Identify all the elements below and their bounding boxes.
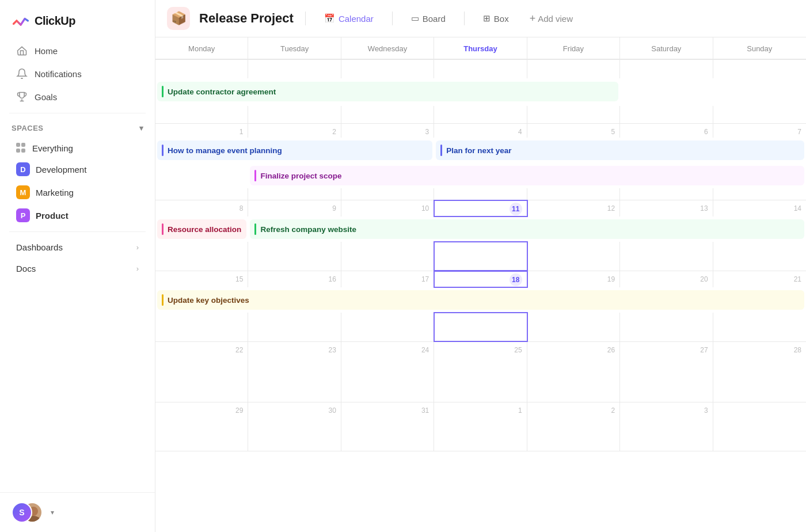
nav-home[interactable]: Home (5, 39, 150, 62)
date-20: 20 (620, 271, 713, 287)
day-header-wednesday: Wednesday (341, 37, 434, 59)
tab-calendar[interactable]: 📅 Calendar (317, 10, 381, 27)
date-27: 27 (620, 342, 713, 356)
date-29: 29 (155, 402, 248, 416)
date-3: 3 (341, 124, 434, 138)
user-profile-area[interactable]: S ▾ (0, 492, 155, 532)
home-icon (16, 45, 28, 56)
week-0: Update contractor agreement (155, 60, 806, 124)
event-indicator (440, 145, 442, 156)
week-4: 22 23 24 25 26 27 28 (155, 342, 806, 402)
date-21: 21 (713, 271, 806, 287)
calendar-container[interactable]: Monday Tuesday Wednesday Thursday Friday… (155, 37, 806, 532)
board-tab-icon: ▭ (411, 13, 419, 24)
sidebar-item-everything[interactable]: Everything (5, 138, 150, 158)
tab-box[interactable]: ⊞ Box (476, 10, 516, 27)
add-view-plus: + (530, 13, 536, 25)
clickup-logo-icon (12, 12, 30, 30)
tab-board[interactable]: ▭ Board (404, 10, 453, 27)
nav-notifications-label: Notifications (35, 69, 82, 79)
day-header-sunday: Sunday (713, 37, 806, 59)
date-6: 6 (620, 124, 713, 138)
event-plan-next-year[interactable]: Plan for next year (436, 140, 804, 160)
nav-divider (9, 113, 146, 113)
date-28: 28 (713, 342, 806, 356)
sidebar-item-marketing[interactable]: M Marketing (5, 181, 150, 204)
date-25: 25 (434, 342, 527, 356)
dashboards-chevron: › (136, 243, 139, 252)
date-next-1: 1 (434, 402, 527, 416)
bell-icon (16, 68, 28, 79)
spaces-header[interactable]: Spaces ▾ (0, 118, 155, 138)
date-18: 18 (434, 271, 527, 287)
logo-area: ClickUp (0, 7, 155, 39)
date-17: 17 (341, 271, 434, 287)
date-11: 11 (434, 200, 527, 216)
event-finalize-scope[interactable]: Finalize project scope (250, 166, 804, 185)
event-label: Update contractor agreement (168, 88, 276, 96)
nav-notifications[interactable]: Notifications (5, 62, 150, 85)
event-update-objectives[interactable]: Update key objectives (157, 290, 804, 310)
date-8: 8 (155, 200, 248, 216)
date-13: 13 (620, 200, 713, 216)
date-15: 15 (155, 271, 248, 287)
day-header-saturday: Saturday (620, 37, 713, 59)
calendar-tab-label: Calendar (339, 14, 374, 24)
docs-chevron: › (136, 264, 139, 273)
sidebar-item-product[interactable]: P Product (5, 204, 150, 227)
event-update-contractor[interactable]: Update contractor agreement (157, 82, 618, 101)
marketing-badge: M (16, 185, 30, 199)
topbar: 📦 Release Project 📅 Calendar ▭ Board ⊞ B… (155, 0, 806, 37)
space-marketing-label: Marketing (36, 188, 74, 197)
date-26: 26 (527, 342, 620, 356)
product-badge: P (16, 208, 30, 222)
docs-label: Docs (16, 264, 36, 273)
sidebar-item-development[interactable]: D Development (5, 158, 150, 181)
development-badge: D (16, 162, 30, 176)
date-2: 2 (248, 124, 341, 138)
date-16: 16 (248, 271, 341, 287)
box-tab-icon: ⊞ (483, 13, 491, 24)
add-view-button[interactable]: + Add view (525, 9, 577, 28)
date-7: 7 (713, 124, 806, 138)
date-19: 19 (527, 271, 620, 287)
sidebar: ClickUp Home Notifications Goals Spaces … (0, 0, 155, 532)
sidebar-item-dashboards[interactable]: Dashboards › (5, 237, 150, 258)
spaces-label: Spaces (12, 124, 44, 132)
event-indicator (254, 170, 256, 181)
nav-divider-2 (9, 231, 146, 232)
view-divider-1 (305, 12, 306, 25)
event-refresh-website[interactable]: Refresh company website (250, 219, 804, 239)
sidebar-item-docs[interactable]: Docs › (5, 258, 150, 279)
date-10: 10 (341, 200, 434, 216)
nav-goals-label: Goals (35, 92, 57, 102)
project-icon: 📦 (167, 7, 190, 30)
space-product-label: Product (36, 211, 69, 221)
day-header-friday: Friday (527, 37, 620, 59)
date-4: 4 (434, 124, 527, 138)
event-how-to-manage[interactable]: How to manage event planning (157, 140, 432, 160)
date-next-2: 2 (527, 402, 620, 416)
day-header-thursday: Thursday (434, 37, 527, 59)
nav-goals[interactable]: Goals (5, 85, 150, 108)
nav-home-label: Home (35, 46, 58, 56)
event-label: Update key objectives (168, 296, 249, 305)
day-header-tuesday: Tuesday (248, 37, 341, 59)
main-content: 📦 Release Project 📅 Calendar ▭ Board ⊞ B… (155, 0, 806, 532)
view-divider-2 (392, 12, 393, 25)
event-indicator (162, 86, 164, 97)
event-label: How to manage event planning (168, 146, 282, 155)
event-label: Finalize project scope (260, 172, 341, 180)
event-resource-allocation[interactable]: Resource allocation (157, 219, 246, 239)
board-tab-label: Board (423, 14, 446, 24)
date-next-3: 3 (620, 402, 713, 416)
date-next-empty (713, 402, 806, 416)
event-indicator (162, 223, 164, 235)
space-development-label: Development (36, 165, 86, 174)
logo-text: ClickUp (35, 14, 75, 28)
event-label: Resource allocation (168, 225, 241, 234)
week-1: 1 2 3 4 5 6 7 How to manage event planni… (155, 124, 806, 200)
date-24: 24 (341, 342, 434, 356)
date-5: 5 (527, 124, 620, 138)
view-divider-3 (464, 12, 465, 25)
